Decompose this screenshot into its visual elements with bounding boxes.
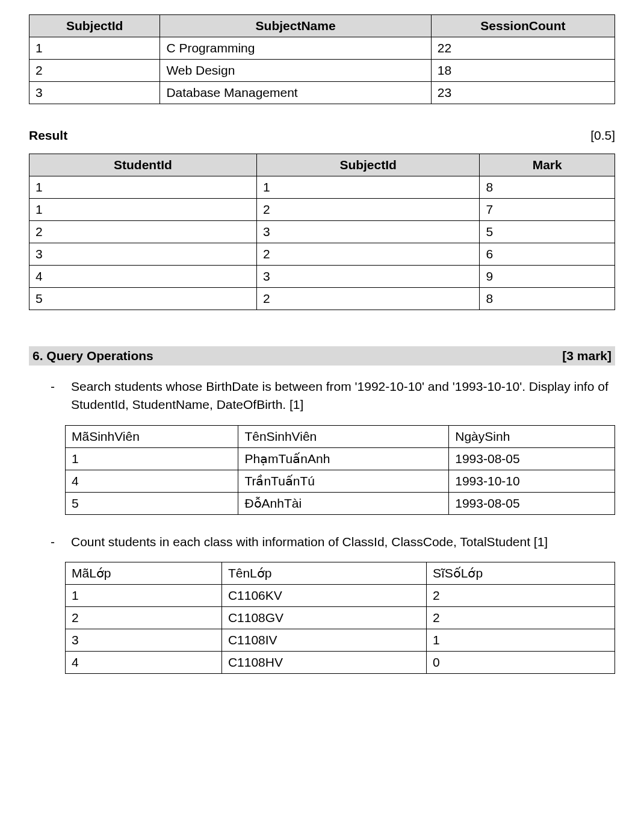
col-studentid: StudentId — [29, 154, 257, 176]
table-row: 2 Web Design 18 — [29, 60, 615, 82]
table-row: 4TrầnTuấnTú1993-10-10 — [66, 470, 615, 492]
table-row: 4C1108HV0 — [66, 652, 615, 674]
table-row: 326 — [29, 243, 615, 266]
query1-table: MãSinhViên TênSinhViên NgàySinh 1PhạmTuấ… — [65, 425, 615, 515]
col-subjectid: SubjectId — [256, 154, 479, 176]
col-subjectname: SubjectName — [160, 15, 431, 37]
table-row: 528 — [29, 288, 615, 310]
table-header-row: SubjectId SubjectName SessionCount — [29, 15, 615, 37]
table-row: 5ĐỗAnhTài1993-08-05 — [66, 492, 615, 514]
table-row: 1C1106KV2 — [66, 585, 615, 607]
subject-table: SubjectId SubjectName SessionCount 1 C P… — [29, 14, 615, 104]
result-label: Result — [29, 128, 67, 143]
query2-table: MãLớp TênLớp SĩSốLớp 1C1106KV2 2C1108GV2… — [65, 562, 615, 674]
table-row: 127 — [29, 199, 615, 221]
table-row: 1PhạmTuấnAnh1993-08-05 — [66, 447, 615, 470]
col-mark: Mark — [480, 154, 615, 176]
result-heading-row: Result [0.5] — [29, 128, 615, 143]
table-row: 118 — [29, 176, 615, 199]
table-header-row: MãLớp TênLớp SĩSốLớp — [66, 562, 615, 585]
query2-text: Count students in each class with inform… — [51, 533, 615, 551]
table-row: 3C1108IV1 — [66, 629, 615, 652]
col-ngaysinh: NgàySinh — [449, 425, 615, 447]
table-row: 439 — [29, 266, 615, 288]
table-row: 3 Database Management 23 — [29, 82, 615, 104]
section6-score: [3 mark] — [562, 349, 611, 363]
col-sisolop: SĩSốLớp — [426, 562, 615, 585]
table-row: 1 C Programming 22 — [29, 37, 615, 60]
section6-bar: 6. Query Operations [3 mark] — [29, 346, 615, 366]
result-score: [0.5] — [590, 128, 615, 143]
table-header-row: MãSinhViên TênSinhViên NgàySinh — [66, 425, 615, 447]
table-row: 2C1108GV2 — [66, 607, 615, 629]
col-malop: MãLớp — [66, 562, 222, 585]
table-header-row: StudentId SubjectId Mark — [29, 154, 615, 176]
col-masinhvien: MãSinhViên — [66, 425, 238, 447]
section6-title: 6. Query Operations — [33, 349, 153, 363]
col-subjectid: SubjectId — [29, 15, 160, 37]
col-sessioncount: SessionCount — [431, 15, 615, 37]
query1-text: Search students whose BirthDate is betwe… — [51, 378, 615, 414]
result-table: StudentId SubjectId Mark 118 127 235 326… — [29, 154, 615, 310]
col-tenlop: TênLớp — [221, 562, 426, 585]
table-row: 235 — [29, 221, 615, 243]
col-tensinhvien: TênSinhViên — [238, 425, 449, 447]
